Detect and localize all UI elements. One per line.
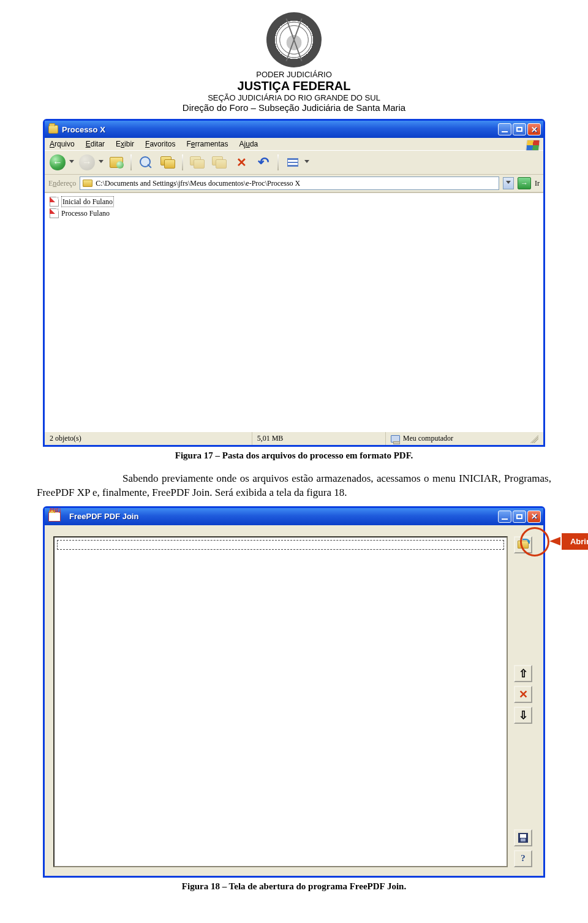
figure17-caption: Figura 17 – Pasta dos arquivos do proces… xyxy=(37,450,551,461)
menu-bar: Arquivo Editar Exibir Favoritos Ferramen… xyxy=(45,138,543,151)
menu-arquivo[interactable]: Arquivo xyxy=(50,140,75,148)
explorer-titlebar[interactable]: Processo X ✕ xyxy=(45,121,543,138)
freepdf-icon-label: PDFj xyxy=(50,507,61,513)
menu-editar[interactable]: Editar xyxy=(86,140,105,148)
views-button[interactable] xyxy=(284,153,302,172)
freepdf-titlebar[interactable]: PDFj FreePDF PDF Join ✕ xyxy=(45,508,543,525)
save-icon xyxy=(518,833,528,843)
search-button[interactable] xyxy=(137,153,155,172)
close-button[interactable]: ✕ xyxy=(527,123,541,135)
side-toolbar: ⇧ ✕ ⇩ ? xyxy=(511,536,535,867)
body-paragraph: Sabendo previamente onde os arquivos est… xyxy=(37,472,551,500)
letterhead-line3: SEÇÃO JUDICIÁRIA DO RIO GRANDE DO SUL xyxy=(37,93,551,102)
windows-flag-icon xyxy=(526,140,540,151)
go-label: Ir xyxy=(535,179,540,188)
toolbar-separator xyxy=(182,154,183,170)
list-item[interactable]: Processo Fulano xyxy=(48,208,540,219)
copy-to-button[interactable] xyxy=(210,153,228,172)
arrow-up-icon: ⇧ xyxy=(519,667,528,680)
file-name: Processo Fulano xyxy=(61,208,110,218)
callout-arrow-icon xyxy=(549,537,560,545)
move-to-button[interactable] xyxy=(188,153,206,172)
letterhead-line1: PODER JUDICIÁRIO xyxy=(37,70,551,79)
open-callout: Abrir xyxy=(549,533,588,550)
views-dropdown[interactable] xyxy=(304,160,309,165)
copy-icon xyxy=(212,156,227,169)
national-seal-icon xyxy=(266,12,322,67)
forward-dropdown[interactable] xyxy=(99,160,104,165)
go-button[interactable]: → xyxy=(518,177,531,189)
address-dropdown[interactable] xyxy=(503,177,514,189)
list-item[interactable]: Inicial do Fulano xyxy=(48,196,540,208)
toolbar: ← → ✕ ↶ xyxy=(45,151,543,175)
close-button[interactable]: ✕ xyxy=(527,511,541,523)
remove-button[interactable]: ✕ xyxy=(514,686,532,703)
status-bar: 2 objeto(s) 5,01 MB Meu computador xyxy=(45,431,543,445)
minimize-button[interactable] xyxy=(498,123,511,135)
window-title: FreePDF PDF Join xyxy=(69,512,494,521)
menu-exibir[interactable]: Exibir xyxy=(116,140,134,148)
window-title: Processo X xyxy=(62,125,494,134)
delete-icon: ✕ xyxy=(519,688,528,701)
forward-button[interactable]: → xyxy=(78,153,96,172)
undo-icon: ↶ xyxy=(258,154,269,170)
status-size: 5,01 MB xyxy=(257,434,284,443)
move-icon xyxy=(190,156,205,169)
pdf-icon xyxy=(50,208,59,218)
explorer-window: Processo X ✕ Arquivo Editar Exibir Favor… xyxy=(43,119,545,447)
move-down-button[interactable]: ⇩ xyxy=(514,707,532,724)
toolbar-separator xyxy=(277,154,279,170)
folder-icon xyxy=(48,125,58,134)
menu-ajuda[interactable]: Ajuda xyxy=(239,140,258,148)
back-button[interactable]: ← xyxy=(48,153,67,172)
status-location: Meu computador xyxy=(403,434,453,443)
address-path: C:\Documents and Settings\jfrs\Meus docu… xyxy=(96,179,300,188)
arrow-down-icon: ⇩ xyxy=(519,708,528,722)
back-dropdown[interactable] xyxy=(69,160,74,165)
pdf-list[interactable] xyxy=(53,536,508,867)
help-icon: ? xyxy=(521,853,526,864)
letterhead: PODER JUDICIÁRIO JUSTIÇA FEDERAL SEÇÃO J… xyxy=(37,12,551,113)
letterhead-line2: JUSTIÇA FEDERAL xyxy=(37,79,551,93)
delete-button[interactable]: ✕ xyxy=(232,153,251,172)
move-up-button[interactable]: ⇧ xyxy=(514,665,532,682)
views-icon xyxy=(287,158,298,167)
help-button[interactable]: ? xyxy=(514,850,532,867)
address-label: Endereço xyxy=(48,179,76,188)
address-field[interactable]: C:\Documents and Settings\jfrs\Meus docu… xyxy=(80,177,499,190)
figure18-caption: Figura 18 – Tela de abertura do programa… xyxy=(37,881,551,892)
callout-label: Abrir xyxy=(562,533,588,550)
my-computer-icon xyxy=(391,435,400,443)
list-selection xyxy=(57,540,504,550)
undo-button[interactable]: ↶ xyxy=(254,153,273,172)
freepdf-window: PDFj FreePDF PDF Join ✕ ⇧ ✕ ⇩ xyxy=(43,506,545,878)
search-icon xyxy=(139,156,153,169)
resize-grip[interactable] xyxy=(530,435,538,443)
pdf-icon xyxy=(50,197,59,207)
file-name: Inicial do Fulano xyxy=(61,196,114,207)
status-count: 2 objeto(s) xyxy=(50,434,81,443)
toolbar-separator xyxy=(130,154,132,170)
menu-ferramentas[interactable]: Ferramentas xyxy=(186,140,228,148)
address-bar: Endereço C:\Documents and Settings\jfrs\… xyxy=(45,175,543,192)
up-folder-button[interactable] xyxy=(107,153,126,172)
highlight-ring-icon xyxy=(520,527,549,556)
letterhead-line4: Direção do Foro – Subseção Judiciária de… xyxy=(37,102,551,113)
save-button[interactable] xyxy=(514,829,532,846)
maximize-button[interactable] xyxy=(513,511,526,523)
freepdf-icon xyxy=(48,512,61,522)
folders-icon xyxy=(160,156,175,169)
minimize-button[interactable] xyxy=(498,511,511,523)
maximize-button[interactable] xyxy=(513,123,526,135)
file-list[interactable]: Inicial do Fulano Processo Fulano xyxy=(45,192,543,431)
delete-icon: ✕ xyxy=(236,155,247,170)
menu-favoritos[interactable]: Favoritos xyxy=(145,140,175,148)
folder-icon xyxy=(83,180,92,187)
folders-button[interactable] xyxy=(159,153,177,172)
